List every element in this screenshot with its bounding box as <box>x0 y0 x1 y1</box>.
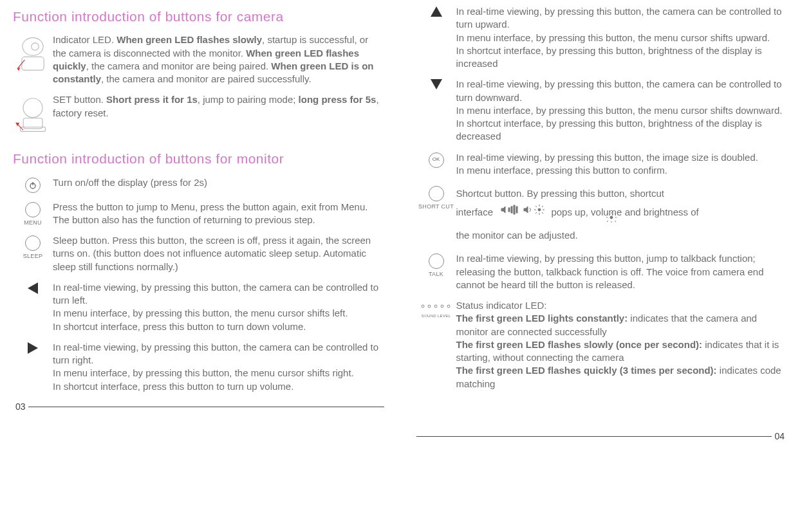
t: the monitor can be adjusted. <box>456 222 788 244</box>
brightness-small-icon <box>606 210 617 229</box>
t: In menu interface, by pressing this butt… <box>456 32 788 44</box>
svg-line-24 <box>542 212 543 214</box>
page-footer-right: 04 <box>416 430 788 443</box>
row-talk: TALK In real-time viewing, by pressing t… <box>416 252 788 291</box>
triangle-up-icon <box>416 5 456 17</box>
t: In real-time viewing, by pressing this b… <box>456 5 788 32</box>
status-led-text: Status indicator LED: The first green LE… <box>456 299 788 390</box>
talk-button-icon: TALK <box>416 252 456 278</box>
camera-back-drawing-icon <box>13 93 53 134</box>
page-number: 04 <box>772 430 787 443</box>
svg-point-5 <box>23 98 42 118</box>
page-right: In real-time viewing, by pressing this b… <box>416 5 788 443</box>
label: SHORT CUT <box>418 203 454 210</box>
svg-rect-15 <box>516 206 517 213</box>
svg-point-25 <box>610 216 613 219</box>
t: interface <box>456 206 494 217</box>
triangle-down-icon <box>416 78 456 89</box>
svg-line-31 <box>615 213 616 214</box>
svg-rect-12 <box>508 208 510 212</box>
t: In shortcut interface, press this button… <box>53 380 384 393</box>
t: , jump to pairing mode; <box>198 94 299 105</box>
row-power: Turn on/off the display (press for 2s) <box>13 176 384 193</box>
page-footer-left: 03 <box>13 401 384 413</box>
t: The first green LED flashes quickly (3 t… <box>456 365 717 376</box>
label: OK <box>429 152 444 168</box>
row-cam-set: SET button. Short press it for 1s, jump … <box>13 93 384 134</box>
svg-point-37 <box>441 305 443 307</box>
svg-line-30 <box>607 213 608 214</box>
row-menu: MENU Press the button to jump to Menu, p… <box>13 201 384 227</box>
row-down-arrow: In real-time viewing, by pressing this b… <box>416 78 788 143</box>
shortcut-text: Shortcut button. By pressing this button… <box>456 185 788 244</box>
heading-monitor-buttons: Function introduction of buttons for mon… <box>13 150 384 168</box>
row-left-arrow: In real-time viewing, by pressing this b… <box>13 281 384 333</box>
label: SOUND LEVEL <box>422 313 451 318</box>
t: The first green LED lights constantly: i… <box>456 312 788 338</box>
svg-point-1 <box>32 43 39 50</box>
t: In menu interface, by pressing this butt… <box>456 104 788 117</box>
page-left: Function introduction of buttons for cam… <box>13 5 384 443</box>
row-ok: OK In real-time viewing, by pressing thi… <box>416 151 788 178</box>
t: Indicator LED. <box>53 34 116 45</box>
power-icon <box>13 176 53 193</box>
svg-rect-2 <box>22 57 44 71</box>
left-arrow-text: In real-time viewing, by pressing this b… <box>53 281 384 333</box>
svg-point-16 <box>538 208 541 211</box>
t: The first green LED flashes slowly (once… <box>456 339 703 350</box>
row-right-arrow: In real-time viewing, by pressing this b… <box>13 341 384 393</box>
talk-text: In real-time viewing, by pressing this b… <box>456 252 788 291</box>
page-number: 03 <box>13 401 28 413</box>
svg-line-33 <box>615 221 616 222</box>
svg-point-36 <box>434 305 437 307</box>
t: , the camera and monitor are being paire… <box>86 60 272 71</box>
triangle-right-icon <box>13 341 53 354</box>
t: In menu interface, by pressing this butt… <box>53 367 384 380</box>
svg-rect-14 <box>514 205 515 214</box>
svg-line-32 <box>607 221 608 222</box>
t: interface <box>456 203 788 223</box>
down-arrow-text: In real-time viewing, by pressing this b… <box>456 78 788 143</box>
t: In menu interface, pressing this button … <box>456 164 788 177</box>
t: In shortcut interface, by pressing this … <box>456 44 788 71</box>
footer-line <box>28 407 384 407</box>
footer-line <box>416 436 772 437</box>
triangle-left-icon <box>13 281 53 294</box>
row-sleep: SLEEP Sleep button. Press this button, t… <box>13 234 384 273</box>
volume-brightness-widget-icon <box>499 203 544 223</box>
t: In real-time viewing, by pressing this b… <box>53 341 384 367</box>
svg-line-22 <box>542 206 543 207</box>
t: The first green LED flashes quickly (3 t… <box>456 364 788 390</box>
svg-line-21 <box>535 206 537 207</box>
svg-point-35 <box>428 305 431 307</box>
t: the monitor can be adjusted. <box>456 230 578 241</box>
row-up-arrow: In real-time viewing, by pressing this b… <box>416 5 788 70</box>
menu-text: Press the button to jump to Menu, press … <box>53 201 384 227</box>
t: Shortcut button. By pressing this button… <box>456 185 788 203</box>
cam-led-text: Indicator LED. When green LED flashes sl… <box>53 33 384 86</box>
power-text: Turn on/off the display (press for 2s) <box>53 176 384 189</box>
t: pops up, volume and brightness of <box>551 206 698 217</box>
t: In menu interface, by pressing this butt… <box>53 307 384 320</box>
heading-camera-buttons: Function introduction of buttons for cam… <box>13 8 384 26</box>
label: TALK <box>429 270 443 278</box>
up-arrow-text: In real-time viewing, by pressing this b… <box>456 5 788 70</box>
ok-button-icon: OK <box>416 151 456 168</box>
t: Short press it for 1s <box>106 94 198 105</box>
t: The first green LED lights constantly: <box>456 313 628 324</box>
row-cam-led: Indicator LED. When green LED flashes sl… <box>13 33 384 86</box>
menu-button-icon: MENU <box>13 201 53 226</box>
row-shortcut: SHORT CUT Shortcut button. By pressing t… <box>416 185 788 244</box>
t: In shortcut interface, by pressing this … <box>456 117 788 143</box>
camera-front-drawing-icon <box>13 33 53 75</box>
svg-point-38 <box>447 305 450 307</box>
t: In real-time viewing, by pressing this b… <box>456 78 788 104</box>
label: MENU <box>24 219 42 226</box>
svg-point-0 <box>23 38 43 56</box>
svg-point-34 <box>422 305 424 307</box>
t: SET button. <box>53 94 106 105</box>
ok-text: In real-time viewing, by pressing this b… <box>456 151 788 178</box>
sleep-button-icon: SLEEP <box>13 234 53 260</box>
svg-line-23 <box>535 212 537 214</box>
cam-set-text: SET button. Short press it for 1s, jump … <box>53 93 384 120</box>
